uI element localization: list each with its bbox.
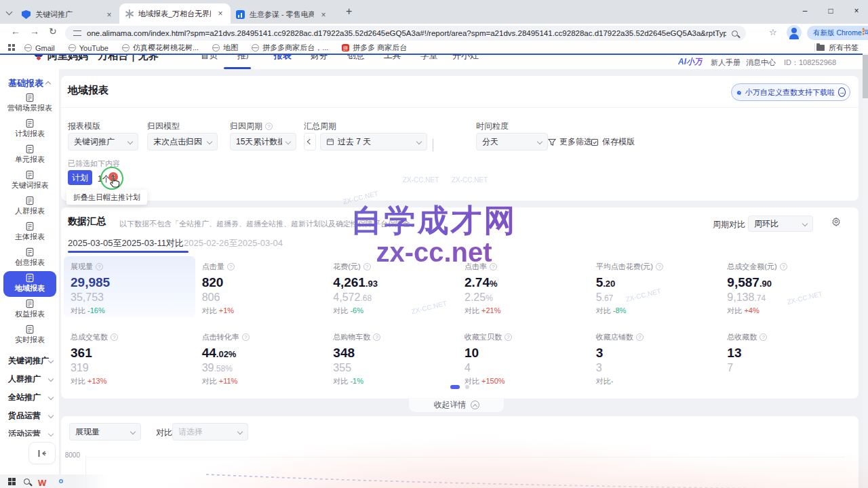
metric-card[interactable]: 总成交笔数? 361 319 对比 +13% <box>64 327 195 388</box>
help-icon[interactable]: ? <box>505 333 512 341</box>
settings-gear-icon[interactable] <box>831 217 841 229</box>
url-text[interactable]: one.alimama.com/index.html?spm=a21dvs.28… <box>87 29 726 37</box>
profile-avatar[interactable] <box>787 25 802 40</box>
sidebar-group[interactable]: 人群推广 <box>0 372 60 390</box>
help-icon[interactable]: ? <box>490 263 497 270</box>
site-settings-icon[interactable] <box>73 30 81 36</box>
message-center-link[interactable]: 消息中心 <box>746 58 776 68</box>
help-icon[interactable]: ? <box>636 333 644 341</box>
help-icon[interactable]: ? <box>96 263 103 270</box>
chrome-app-icon[interactable] <box>56 476 66 487</box>
metric-card[interactable]: 总成交金额(元)? 9,587.90 9,138.74 对比 +4% <box>720 256 852 317</box>
page-dot[interactable] <box>465 385 469 389</box>
browser-tab[interactable]: 生意参谋 - 零售电商大数据产... × <box>231 5 334 24</box>
forward-button[interactable]: → <box>30 26 39 37</box>
nav-item[interactable]: 开小灶 <box>448 55 484 62</box>
sidebar-group[interactable]: 活动运营 <box>0 427 60 436</box>
help-icon[interactable]: ? <box>242 333 250 341</box>
nav-item[interactable]: 推广 <box>228 55 264 62</box>
chevron-up-icon[interactable] <box>45 81 51 87</box>
metric-card[interactable]: 总购物车数? 348 355 对比 -1% <box>326 327 458 388</box>
sidebar-group[interactable]: 货品运营 <box>0 409 60 427</box>
nav-item[interactable]: 创意 <box>338 55 374 62</box>
metric-card[interactable]: 点击率? 2.74% 2.25% 对比 +21% <box>458 256 589 317</box>
sidebar-item[interactable]: 主体报表 <box>0 220 60 245</box>
all-bookmarks-button[interactable]: 所有书签 <box>816 43 859 53</box>
browser-tab[interactable]: 地域报表_万相台无界版 × <box>119 3 231 24</box>
sidebar-item[interactable]: 实时报表 <box>0 323 60 348</box>
help-icon[interactable]: ? <box>227 263 235 270</box>
bookmark-item[interactable]: 仿真樱花树桃花树... <box>122 43 199 53</box>
metric-card[interactable]: 收藏宝贝数? 10 4 对比 +150% <box>458 327 589 388</box>
sidebar-collapse-button[interactable] <box>28 442 56 464</box>
sidebar-section-title[interactable]: 基础报表 <box>8 77 43 89</box>
sidebar-item[interactable]: 营销场景报表 <box>0 91 60 117</box>
tab-close-icon[interactable]: × <box>104 10 114 20</box>
bookmark-item[interactable]: Gmail <box>24 44 55 52</box>
xiaowan-download-button[interactable]: 小万自定义查数支持下载啦 → <box>731 83 850 101</box>
bookmark-item[interactable]: 拼多多商家后台，... <box>252 43 328 53</box>
browser-tab[interactable]: 关键词推广 × <box>16 5 119 24</box>
page-dot-active[interactable] <box>450 385 460 389</box>
browser-menu-icon[interactable]: ⋮ <box>859 26 868 37</box>
address-bar[interactable]: one.alimama.com/index.html?spm=a21dvs.28… <box>65 26 746 41</box>
help-icon[interactable]: ? <box>780 263 787 270</box>
ai-assistant-button[interactable]: AI小万 <box>678 56 703 68</box>
sidebar-item[interactable]: 权益报表 <box>0 297 60 323</box>
nav-item[interactable]: 财务 <box>301 55 338 62</box>
attribution-model-select[interactable]: 末次点击归因 <box>147 133 218 150</box>
next-period-button[interactable] <box>433 140 433 152</box>
metric-card[interactable]: 花费(元)? 4,261.93 4,572.68 对比 -6% <box>326 256 458 317</box>
apps-grid-icon[interactable] <box>8 44 15 51</box>
tab-search-icon[interactable] <box>6 9 13 16</box>
nav-item[interactable]: 学堂 <box>411 55 448 62</box>
sidebar-item[interactable]: 关键词报表 <box>0 168 60 194</box>
attribution-window-select[interactable]: 15天累计数据 <box>230 133 296 150</box>
nav-item[interactable]: 首页 <box>191 55 228 62</box>
metric-card[interactable]: 总收藏数? 13 7 <box>720 327 852 388</box>
wps-app-icon[interactable]: W <box>38 476 48 487</box>
newbie-guide-link[interactable]: 新人手册 <box>711 58 741 68</box>
help-icon[interactable]: ? <box>656 263 663 270</box>
sidebar-item[interactable]: 计划报表 <box>0 117 60 142</box>
scrollbar-thumb[interactable] <box>863 55 868 98</box>
help-icon[interactable]: ? <box>760 333 767 341</box>
chart-metric-select[interactable]: 展现量 <box>69 423 141 441</box>
nav-item[interactable]: 报表 <box>264 55 301 62</box>
save-template-button[interactable]: 保存模版 <box>591 136 635 148</box>
sidebar-item[interactable]: 人群报表 <box>0 194 60 220</box>
taskbar-search-icon[interactable] <box>24 479 30 485</box>
tab-close-icon[interactable]: × <box>216 9 225 18</box>
bookmark-item[interactable]: 地图 <box>212 43 238 53</box>
collapse-details-button[interactable]: 收起详情 <box>408 398 505 413</box>
help-icon[interactable]: ? <box>373 333 380 341</box>
new-tab-button[interactable]: + <box>346 5 352 18</box>
sidebar-group[interactable]: 关键词推广 <box>0 354 60 372</box>
metric-card[interactable]: 平均点击花费(元)? 5.20 5.67 对比 -8% <box>589 256 721 317</box>
metric-card[interactable]: 展现量? 29,985 35,753 对比 -16% <box>64 256 195 317</box>
sidebar-item[interactable]: 地域报表 <box>3 271 56 297</box>
date-range-tab[interactable]: 2025-03-05至2025-03-11对比2025-02-26至2025-0… <box>68 237 283 249</box>
metric-card[interactable]: 点击量? 820 806 对比 +1% <box>195 256 327 317</box>
window-maximize-button[interactable]: □ <box>818 0 844 23</box>
time-granularity-select[interactable]: 分天 <box>476 133 548 150</box>
page-scrollbar[interactable] <box>863 54 868 488</box>
metric-card[interactable]: 点击转化率? 44.02% 39.58% 对比 +11% <box>195 327 327 388</box>
alimama-logo[interactable]: 阿里妈妈 万相台｜无界 <box>34 55 159 62</box>
plan-filter-chip[interactable]: 计划 <box>68 170 92 185</box>
sidebar-group[interactable]: 全站推广 <box>0 390 60 409</box>
help-icon[interactable]: ? <box>265 123 273 130</box>
metric-card[interactable]: 收藏店铺数? 3 3 对比- <box>589 327 721 388</box>
date-range-select[interactable]: 过去 7 天 <box>320 133 427 150</box>
bookmark-item[interactable]: YouTube <box>68 44 108 52</box>
nav-item[interactable]: 工具 <box>374 55 411 62</box>
window-minimize-button[interactable]: – <box>792 0 818 23</box>
tab-close-icon[interactable]: × <box>319 10 328 20</box>
report-template-select[interactable]: 关键词推广 <box>68 133 138 150</box>
help-icon[interactable]: ? <box>363 263 371 270</box>
prev-period-button[interactable] <box>304 133 316 150</box>
more-filters-button[interactable]: 更多筛选 <box>548 136 592 148</box>
window-close-button[interactable]: × <box>844 0 868 23</box>
bookmark-item[interactable]: 拼多多 商家后台 <box>342 43 407 53</box>
zoom-icon[interactable] <box>732 30 738 37</box>
